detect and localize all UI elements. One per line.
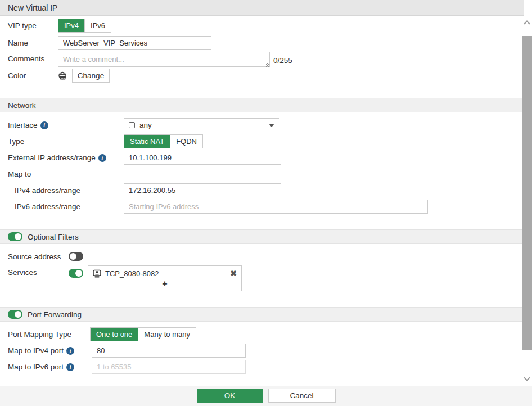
vertical-scrollbar[interactable]	[522, 16, 532, 386]
many-to-many-option[interactable]: Many to many	[138, 328, 196, 341]
one-to-one-option[interactable]: One to one	[91, 328, 138, 341]
external-ip-input[interactable]	[124, 151, 281, 165]
vip-type-ipv4-option[interactable]: IPv4	[58, 19, 84, 32]
map-to-ipv4-port-label: Map to IPv4 port i	[8, 346, 92, 355]
map-to-ipv4-row: IPv4 address/range	[15, 183, 281, 197]
vip-type-ipv6-option[interactable]: IPv6	[84, 19, 111, 32]
port-forwarding-section-title: Port Forwarding	[28, 310, 82, 319]
service-icon	[93, 269, 101, 278]
map-to-ipv6-port-label-text: Map to IPv6 port	[8, 363, 64, 371]
color-row: Color Change	[8, 69, 110, 83]
new-virtual-ip-dialog: New Virtual IP VIP type IPv4 IPv6 Name C…	[0, 0, 532, 406]
source-address-toggle[interactable]	[69, 252, 83, 261]
vip-type-row: VIP type IPv4 IPv6	[8, 18, 111, 33]
map-to-ipv4-port-label-text: Map to IPv4 port	[8, 346, 64, 355]
optional-filters-section-title: Optional Filters	[28, 233, 79, 241]
services-selector: TCP_8080-8082 ✖ +	[88, 265, 242, 291]
services-toggle[interactable]	[69, 269, 83, 278]
external-ip-label: External IP address/range i	[8, 154, 124, 162]
optional-filters-toggle[interactable]	[8, 232, 22, 241]
port-forwarding-toggle[interactable]	[8, 310, 22, 319]
port-mapping-type-row: Port Mapping Type One to one Many to man…	[8, 327, 196, 341]
services-label: Services	[8, 268, 69, 277]
name-row: Name	[8, 35, 211, 50]
comments-label: Comments	[8, 55, 58, 63]
add-service-button[interactable]: +	[88, 279, 241, 291]
chevron-down-icon	[269, 124, 274, 127]
vip-type-segmented: IPv4 IPv6	[58, 19, 111, 33]
name-input[interactable]	[58, 36, 211, 50]
interface-selected-value: any	[139, 121, 152, 129]
any-interface-icon	[129, 122, 135, 128]
vip-type-label: VIP type	[8, 21, 58, 30]
map-to-ipv6-input[interactable]	[124, 200, 428, 214]
map-to-label: Map to	[8, 170, 31, 178]
interface-row: Interface i any	[8, 118, 279, 132]
toggle-knob	[75, 270, 82, 277]
type-static-nat-option[interactable]: Static NAT	[124, 135, 170, 148]
comments-row: Comments 0/255	[8, 52, 292, 67]
network-section-header: Network	[0, 98, 524, 112]
ok-button[interactable]: OK	[197, 389, 263, 403]
color-swatch-icon	[58, 71, 67, 80]
info-icon[interactable]: i	[66, 363, 74, 371]
external-ip-label-text: External IP address/range	[8, 154, 96, 162]
map-to-label-row: Map to	[8, 169, 31, 179]
port-mapping-type-segmented: One to one Many to many	[90, 327, 196, 341]
cancel-button[interactable]: Cancel	[268, 389, 336, 403]
type-fqdn-option[interactable]: FQDN	[170, 135, 202, 148]
external-ip-row: External IP address/range i	[8, 151, 281, 165]
map-to-ipv4-port-input[interactable]	[92, 344, 246, 358]
color-label: Color	[8, 71, 53, 80]
info-icon[interactable]: i	[66, 347, 74, 355]
type-row: Type Static NAT FQDN	[8, 134, 203, 148]
comments-char-counter: 0/255	[273, 56, 292, 65]
type-segmented: Static NAT FQDN	[124, 134, 203, 148]
network-section-title: Network	[8, 101, 36, 110]
scroll-down-icon[interactable]	[524, 375, 530, 381]
map-to-ipv6-port-label: Map to IPv6 port i	[8, 363, 92, 371]
scrollbar-thumb[interactable]	[522, 36, 532, 350]
dialog-title-bar: New Virtual IP	[0, 0, 524, 16]
map-to-ipv6-port-input[interactable]	[92, 360, 246, 374]
service-entry: TCP_8080-8082 ✖	[88, 266, 241, 279]
map-to-ipv6-row: IPv6 address/range	[15, 200, 428, 214]
info-icon[interactable]: i	[40, 121, 48, 129]
toggle-knob	[70, 253, 76, 260]
interface-dropdown[interactable]: any	[124, 118, 279, 132]
optional-filters-section-header: Optional Filters	[0, 229, 524, 244]
service-entry-name: TCP_8080-8082	[105, 269, 159, 278]
source-address-label: Source address	[8, 252, 69, 261]
map-to-ipv6-label: IPv6 address/range	[15, 202, 124, 211]
interface-label-text: Interface	[8, 121, 38, 129]
page-title: New Virtual IP	[8, 3, 57, 12]
port-mapping-type-label: Port Mapping Type	[8, 330, 90, 339]
port-forwarding-section-header: Port Forwarding	[0, 307, 524, 322]
interface-label: Interface i	[8, 121, 124, 129]
info-icon[interactable]: i	[98, 154, 106, 162]
map-to-ipv4-input[interactable]	[124, 183, 281, 197]
source-address-row: Source address	[8, 251, 83, 261]
comments-input[interactable]	[58, 52, 270, 67]
map-to-ipv6-port-row: Map to IPv6 port i	[8, 360, 246, 374]
toggle-knob	[15, 233, 21, 240]
services-row: Services TCP_8080-8082 ✖ +	[8, 265, 242, 291]
map-to-ipv4-label: IPv4 address/range	[15, 186, 124, 195]
color-change-button[interactable]: Change	[72, 69, 110, 83]
footer-bar: OK Cancel	[0, 386, 532, 406]
type-label: Type	[8, 137, 124, 146]
map-to-ipv4-port-row: Map to IPv4 port i	[8, 344, 246, 358]
toggle-knob	[15, 311, 21, 318]
name-label: Name	[8, 39, 58, 47]
scroll-up-icon[interactable]	[524, 20, 530, 26]
remove-service-icon[interactable]: ✖	[230, 269, 237, 278]
